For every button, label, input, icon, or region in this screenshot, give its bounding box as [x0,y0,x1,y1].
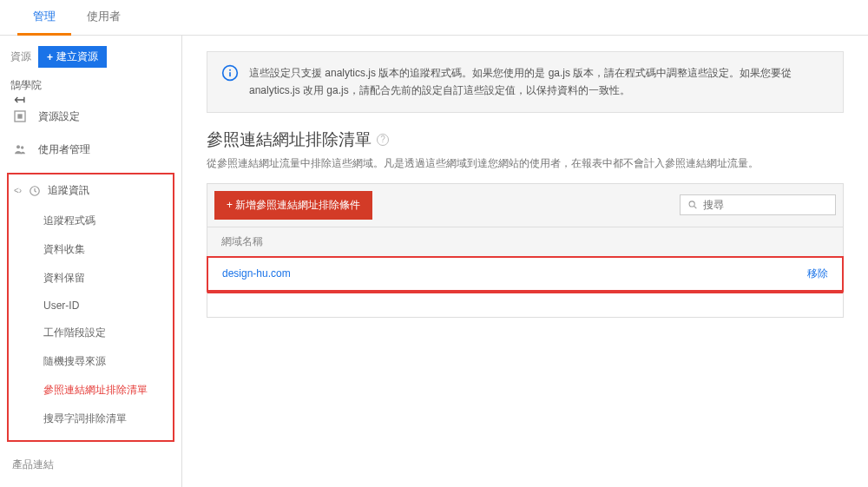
svg-rect-14 [229,72,231,76]
clock-icon [29,185,41,197]
search-box[interactable] [680,194,836,215]
table-row: design-hu.com 移除 [207,256,844,292]
info-banner: 這些設定只支援 analytics.js 版本的追蹤程式碼。如果您使用的是 ga… [207,51,844,113]
add-referral-exclusion-button[interactable]: + 新增參照連結網址排除條件 [214,191,372,220]
search-icon [687,199,698,211]
table-header-domain: 網域名稱 [207,227,844,256]
back-arrow-icon[interactable]: ↤ [14,91,25,108]
sidebar-item-user-mgmt[interactable]: 使用者管理 [0,133,181,166]
tracking-info-label: 追蹤資訊 [48,183,89,198]
settings-square-icon [12,109,28,124]
remove-link[interactable]: 移除 [807,267,828,281]
svg-point-3 [21,146,23,148]
help-icon[interactable]: ? [377,134,389,146]
info-icon [221,64,239,82]
svg-point-2 [16,145,20,148]
domain-link[interactable]: design-hu.com [222,267,291,280]
table-footer [207,292,844,318]
product-links-label: 產品連結 [0,449,181,477]
sub-item-referral-exclusion[interactable]: 參照連結網址排除清單 [9,376,173,405]
toolbar: + 新增參照連結網址排除條件 [207,183,844,227]
page-description: 從參照連結網址流量中排除這些網域。凡是透過這些網域到達您網站的使用者，在報表中都… [207,156,844,171]
sub-item-data-collection[interactable]: 資料收集 [9,235,173,264]
search-input[interactable] [703,199,828,211]
sidebar: 資源 建立資源 鵠學院 資源設定 使用者管理 <› 追蹤資訊 [0,36,182,487]
chevron-left-icon: <› [14,186,22,195]
svg-line-16 [694,207,697,209]
svg-point-15 [689,201,694,207]
main-content: 這些設定只支援 analytics.js 版本的追蹤程式碼。如果您使用的是 ga… [182,36,868,487]
page-title: 參照連結網址排除清單 [207,128,372,151]
sidebar-item-google-ads[interactable]: Google Ads 連結 [0,477,181,487]
svg-rect-1 [17,114,22,118]
tab-users[interactable]: 使用者 [71,0,136,35]
tab-admin[interactable]: 管理 [17,0,71,36]
users-icon [12,141,28,157]
svg-point-13 [229,69,231,71]
sub-item-session-settings[interactable]: 工作階段設定 [9,319,173,347]
sub-item-user-id[interactable]: User-ID [9,293,173,319]
sub-item-data-retention[interactable]: 資料保留 [9,264,173,293]
resource-label: 資源 [10,49,31,64]
sidebar-item-settings[interactable]: 資源設定 [0,100,181,133]
sidebar-item-label: 資源設定 [38,109,80,124]
create-resource-button[interactable]: 建立資源 [38,46,107,68]
school-label: 鵠學院 [0,75,181,100]
info-text: 這些設定只支援 analytics.js 版本的追蹤程式碼。如果您使用的是 ga… [249,64,829,100]
sub-item-tracking-code[interactable]: 追蹤程式碼 [9,207,173,235]
sub-item-search-term-exclusion[interactable]: 搜尋字詞排除清單 [9,405,173,433]
sub-item-organic-search[interactable]: 隨機搜尋來源 [9,347,173,376]
tracking-info-group: <› 追蹤資訊 追蹤程式碼 資料收集 資料保留 User-ID 工作階段設定 隨… [7,173,174,442]
tracking-info-header[interactable]: <› 追蹤資訊 [9,174,173,207]
sidebar-item-label: 使用者管理 [38,142,90,157]
